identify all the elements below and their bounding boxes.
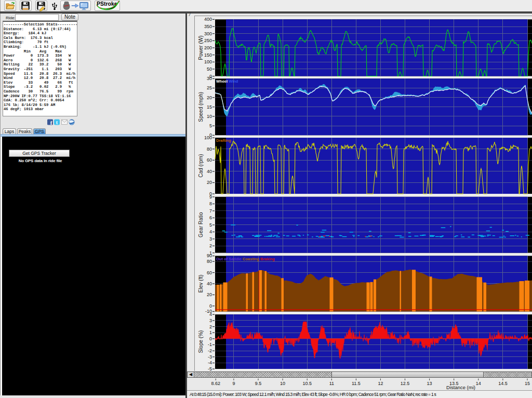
svg-text:60: 60	[207, 157, 212, 163]
svg-text:Power (W): Power (W)	[198, 35, 204, 60]
svg-text:9: 9	[232, 381, 235, 386]
svg-text:9: 9	[209, 194, 212, 200]
svg-text:-4: -4	[208, 360, 212, 365]
svg-text:11: 11	[329, 381, 334, 386]
svg-text:11.5: 11.5	[352, 381, 361, 386]
svg-text:Distance (mi): Distance (mi)	[446, 384, 475, 390]
svg-text:150: 150	[204, 52, 212, 58]
svg-text:Wheel Wind: Wheel Wind	[216, 79, 238, 84]
svg-text:4: 4	[209, 312, 212, 317]
svg-text:Cad (rpm): Cad (rpm)	[198, 154, 204, 177]
svg-text:100: 100	[204, 59, 212, 64]
svg-text:Drafting: Drafting	[216, 138, 231, 143]
svg-text:10: 10	[280, 381, 285, 386]
svg-text:40: 40	[207, 169, 212, 174]
svg-text:0: 0	[209, 303, 212, 309]
svg-text:-3: -3	[208, 354, 212, 360]
svg-text:-2: -2	[208, 348, 212, 353]
svg-text:25: 25	[207, 85, 212, 90]
svg-text:3: 3	[209, 318, 212, 323]
svg-text:13: 13	[427, 381, 432, 386]
svg-text:300: 300	[204, 31, 212, 36]
svg-text:-5: -5	[208, 366, 212, 372]
svg-text:80: 80	[207, 259, 212, 264]
svg-text:14.5: 14.5	[498, 381, 508, 386]
svg-text:6: 6	[209, 215, 212, 220]
svg-text:350: 350	[204, 24, 212, 29]
svg-text:Gear Ratio: Gear Ratio	[198, 212, 204, 237]
svg-text:7: 7	[209, 208, 212, 214]
svg-text:14: 14	[476, 381, 481, 386]
svg-text:20: 20	[207, 180, 212, 185]
svg-text:4: 4	[209, 229, 212, 234]
svg-text:-1: -1	[208, 342, 212, 347]
svg-text:100: 100	[204, 135, 212, 140]
svg-text:400: 400	[204, 17, 212, 22]
svg-text:9.5: 9.5	[255, 381, 262, 386]
svg-text:1: 1	[209, 330, 212, 335]
svg-text:8.62: 8.62	[211, 381, 220, 386]
svg-text:f: f	[50, 120, 52, 126]
svg-text:20: 20	[207, 95, 212, 100]
svg-text:3: 3	[209, 236, 212, 242]
svg-text:90: 90	[207, 253, 212, 258]
svg-text:15: 15	[525, 381, 530, 386]
svg-text:10: 10	[207, 114, 212, 119]
svg-text:15: 15	[207, 104, 212, 110]
svg-text:12.5: 12.5	[401, 381, 410, 386]
svg-text:50: 50	[207, 67, 212, 72]
svg-text:Elev (ft): Elev (ft)	[198, 275, 204, 293]
svg-text:2: 2	[209, 243, 212, 248]
svg-text:40: 40	[207, 281, 212, 286]
svg-text:250: 250	[204, 38, 212, 43]
svg-text:2: 2	[209, 324, 212, 329]
svg-text:8: 8	[209, 201, 212, 206]
svg-text:10.5: 10.5	[302, 381, 312, 386]
svg-text:5: 5	[209, 222, 212, 228]
svg-text:12: 12	[378, 381, 383, 386]
svg-text:Slope (%): Slope (%)	[198, 330, 204, 353]
svg-text:Speed (mph): Speed (mph)	[198, 92, 204, 122]
svg-text:30: 30	[207, 76, 212, 81]
svg-text:5: 5	[209, 123, 212, 128]
svg-text:20: 20	[207, 292, 212, 297]
svg-text:200: 200	[204, 45, 212, 50]
svg-text:60: 60	[207, 270, 212, 275]
svg-text:0: 0	[209, 336, 212, 341]
svg-text:80: 80	[207, 147, 212, 152]
svg-text:Out of Saddle Coasting Braking: Out of Saddle Coasting Braking	[216, 257, 275, 261]
